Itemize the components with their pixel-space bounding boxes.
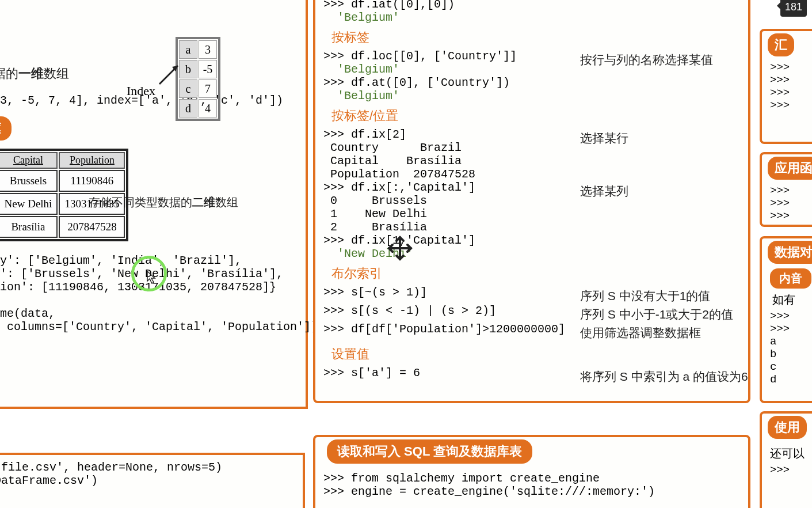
set-code: >>> s['a'] = 6: [323, 366, 577, 380]
dataframe-pill: 据框: [0, 116, 12, 141]
right-subpill-3: 内音: [770, 268, 811, 289]
series-index-table: a3 b-5 c7 d4: [176, 37, 220, 121]
right-code-3: >>> >>> a b c d: [762, 308, 812, 389]
right-pill-4: 使用: [768, 416, 807, 439]
right-text-4: 还可以: [770, 446, 812, 461]
sql-code: >>> from sqlalchemy import create_engine…: [315, 469, 748, 498]
loc-code: >>> df.loc[[0], ['Country']] 'Belgium': [323, 50, 577, 76]
heading-set: 设置值: [331, 346, 748, 363]
bool2-desc: 序列 S 中小于-1或大于2的值: [580, 306, 733, 323]
right-panel-1: 汇 >>> >>> >>> >>>: [760, 29, 812, 144]
bottom-right-panel: 读取和写入 SQL 查询及数据库表 >>> from sqlalchemy im…: [313, 435, 750, 508]
dataframe-desc: 存储不同类型数据的二维数组: [89, 195, 238, 210]
ixcap-code: >>> df.ix[:,'Capital'] 0 Brussels 1 New …: [323, 181, 577, 234]
right-text-3: 如有: [772, 292, 812, 308]
set-desc: 将序列 S 中索引为 a 的值设为6: [580, 369, 748, 385]
right-pill-3: 数据对: [768, 241, 812, 264]
bool2-code: >>> s[(s < -1) | (s > 2)]: [323, 304, 577, 317]
heading-labelpos: 按标签/位置: [331, 107, 748, 124]
heading-bool: 布尔索引: [331, 265, 748, 282]
left-panel: 句 型数据的一维数组 a3 b-5 c7 d4 Index ies([3, -5…: [0, 0, 308, 409]
iat-code: >>> df.iat([0],[0]) 'Belgium': [323, 0, 748, 24]
middle-panel: >>> df.iat([0],[0]) 'Belgium' 按标签 >>> df…: [313, 0, 750, 403]
bool3-code: >>> df[df['Population']>1200000000]: [323, 323, 577, 336]
series-desc: 型数据的一维数组: [0, 65, 300, 82]
bottom-left-panel: csv('file.csv', header=None, nrows=5) ('…: [0, 453, 305, 508]
bool1-desc: 序列 S 中没有大于1的值: [580, 288, 710, 304]
badge-1818: 181: [780, 0, 807, 17]
index-label: Index: [127, 84, 155, 98]
heading-label: 按标签: [331, 29, 748, 46]
move-cursor-icon: [387, 235, 413, 261]
right-panel-2: 应用函 >>> >>> >>>: [760, 152, 812, 227]
cursor-icon: [147, 271, 157, 285]
arrow-icon: [158, 62, 181, 85]
ix2-code: >>> df.ix[2] Country Brazil Capital Bras…: [323, 128, 577, 181]
csv-code: csv('file.csv', header=None, nrows=5) ('…: [0, 455, 303, 487]
right-code-4: >>>: [762, 461, 812, 480]
right-pill-1: 汇: [768, 33, 794, 56]
loc-desc: 按行与列的名称选择某值: [580, 52, 713, 68]
right-pill-2: 应用函: [768, 157, 812, 180]
bool3-desc: 使用筛选器调整数据框: [580, 325, 701, 341]
sql-pill: 读取和写入 SQL 查询及数据库表: [327, 439, 532, 464]
right-code-1: >>> >>> >>> >>>: [762, 59, 812, 115]
right-code-2: >>> >>> >>>: [762, 182, 812, 226]
ixcap-desc: 选择某列: [580, 183, 628, 199]
at-code: >>> df.at([0], ['Country']) 'Belgium': [323, 76, 748, 103]
fragment-text: 句: [0, 0, 300, 12]
right-panel-3: 数据对 内音 如有 >>> >>> a b c d: [760, 236, 812, 403]
right-panel-4: 使用 还可以 >>>: [760, 411, 812, 508]
ix2-desc: 选择某行: [580, 130, 628, 146]
bool1-code: >>> s[~(s > 1)]: [323, 286, 577, 299]
